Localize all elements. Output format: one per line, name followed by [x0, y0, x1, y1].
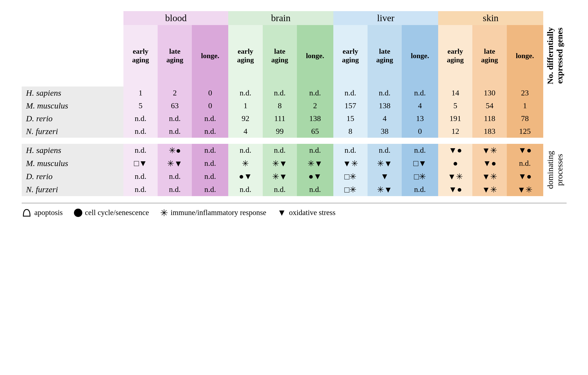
cell: ✳▼ — [263, 170, 297, 183]
cell: □✳ — [333, 183, 368, 196]
table-row: M. musculus □▼ ✳▼ n.d. ✳ ✳▼ ✳▼ ▼✳ ✳▼ □▼ … — [22, 157, 567, 170]
legend-oxidative-label: oxidative stress — [289, 208, 335, 217]
liver-late-header: lateaging — [368, 25, 402, 87]
cell: n.d. — [402, 87, 438, 99]
side-label-spacer — [543, 11, 567, 25]
cell: n.d. — [192, 125, 228, 138]
cell: 157 — [333, 99, 368, 112]
cell: n.d. — [192, 144, 228, 157]
species-label: H. sapiens — [22, 144, 124, 157]
table-row: D. rerio n.d. n.d. n.d. ●▼ ✳▼ ●▼ □✳ ▼ □✳… — [22, 170, 567, 183]
species-label: D. rerio — [22, 170, 124, 183]
cell: ✳ — [228, 157, 262, 170]
cell: n.d. — [123, 183, 158, 196]
cell: n.d. — [158, 170, 192, 183]
empty-subheader — [22, 25, 124, 87]
table-wrapper: blood brain liver skin — [22, 11, 567, 196]
cell: 13 — [402, 112, 438, 125]
cell: n.d. — [228, 87, 262, 99]
cell: ● — [438, 157, 472, 170]
cell: ✳▼ — [297, 157, 333, 170]
cell: n.d. — [297, 183, 333, 196]
cell-cycle-icon — [74, 209, 82, 217]
oxidative-icon: ▼ — [277, 208, 286, 218]
cell: 15 — [333, 112, 368, 125]
cell: 8 — [263, 99, 297, 112]
cell: 0 — [402, 125, 438, 138]
cell: ▼● — [438, 144, 472, 157]
cell: n.d. — [228, 183, 262, 196]
cell: n.d. — [123, 112, 158, 125]
cell: n.d. — [263, 87, 297, 99]
cell: 5 — [123, 99, 158, 112]
brain-early-header: earlyaging — [228, 25, 262, 87]
legend-apoptosis-label: apoptosis — [34, 208, 63, 217]
cell: ▼ — [368, 170, 402, 183]
cell: 92 — [228, 112, 262, 125]
cell: n.d. — [507, 157, 543, 170]
cell: n.d. — [263, 144, 297, 157]
cell: □▼ — [123, 157, 158, 170]
table-row: M. musculus 5 63 0 1 8 2 157 138 4 5 54 … — [22, 99, 567, 112]
liver-early-header: earlyaging — [333, 25, 368, 87]
species-label: M. musculus — [22, 157, 124, 170]
cell: 4 — [228, 125, 262, 138]
cell: n.d. — [123, 170, 158, 183]
table-row: H. sapiens n.d. ✳● n.d. n.d. n.d. n.d. n… — [22, 144, 567, 157]
cell: ▼● — [472, 157, 507, 170]
skin-early-header: earlyaging — [438, 25, 472, 87]
immune-icon: ✳ — [160, 207, 168, 218]
skin-longe-header: longe. — [507, 25, 543, 87]
cell: ✳▼ — [368, 157, 402, 170]
species-label: N. furzeri — [22, 125, 124, 138]
cell: n.d. — [402, 144, 438, 157]
cell: 12 — [438, 125, 472, 138]
cell: □✳ — [333, 170, 368, 183]
legend-oxidative: ▼ oxidative stress — [277, 208, 336, 218]
legend-immune-label: immune/inflammatory response — [171, 208, 266, 217]
cell: ▼● — [438, 183, 472, 196]
cell: n.d. — [192, 112, 228, 125]
cell: 5 — [438, 99, 472, 112]
table-row: D. rerio n.d. n.d. n.d. 92 111 138 15 4 … — [22, 112, 567, 125]
legend: apoptosis cell cycle/senescence ✳ immune… — [22, 203, 567, 218]
cell: 4 — [368, 112, 402, 125]
blood-longe-header: longe. — [192, 25, 228, 87]
cell: 65 — [297, 125, 333, 138]
cell: 14 — [438, 87, 472, 99]
cell: 0 — [192, 87, 228, 99]
cell: ●▼ — [297, 170, 333, 183]
cell: 2 — [158, 87, 192, 99]
legend-apoptosis: apoptosis — [22, 208, 63, 218]
main-container: blood brain liver skin — [16, 6, 572, 224]
species-label: M. musculus — [22, 99, 124, 112]
cell: n.d. — [402, 183, 438, 196]
empty-header — [22, 11, 124, 25]
cell: ✳▼ — [368, 183, 402, 196]
table-row: N. furzeri n.d. n.d. n.d. 4 99 65 8 38 0… — [22, 125, 567, 138]
cell: 38 — [368, 125, 402, 138]
cell: □✳ — [402, 170, 438, 183]
cell: ▼● — [507, 170, 543, 183]
species-label: N. furzeri — [22, 183, 124, 196]
cell: n.d. — [333, 87, 368, 99]
cell: n.d. — [228, 144, 262, 157]
divider-row — [22, 138, 567, 144]
tissue-liver: liver — [333, 11, 438, 25]
cell: 99 — [263, 125, 297, 138]
cell: ▼✳ — [472, 144, 507, 157]
liver-longe-header: longe. — [402, 25, 438, 87]
cell: n.d. — [158, 125, 192, 138]
table-row: H. sapiens 1 2 0 n.d. n.d. n.d. n.d. n.d… — [22, 87, 567, 99]
apoptosis-icon — [22, 208, 32, 218]
cell: ✳▼ — [158, 157, 192, 170]
cell: n.d. — [368, 87, 402, 99]
side-label-proc: dominatingprocesses — [543, 144, 567, 196]
data-table: blood brain liver skin — [22, 11, 567, 196]
cell: ▼✳ — [438, 170, 472, 183]
blood-early-header: earlyaging — [123, 25, 158, 87]
cell: 130 — [472, 87, 507, 99]
cell: ▼✳ — [472, 170, 507, 183]
cell: 63 — [158, 99, 192, 112]
cell: 111 — [263, 112, 297, 125]
